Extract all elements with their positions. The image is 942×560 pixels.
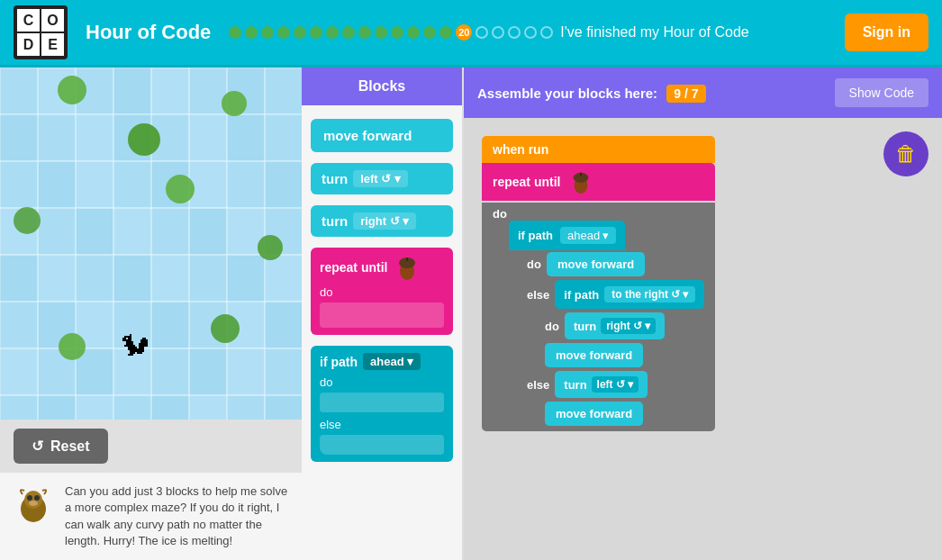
svg-rect-30 (151, 208, 189, 255)
repeat-until-header: repeat until (320, 255, 444, 280)
svg-rect-54 (151, 348, 189, 395)
logo-c: C (17, 9, 40, 32)
svg-text:🐿: 🐿 (121, 330, 149, 362)
svg-rect-5 (113, 68, 151, 114)
repeat-until-label: repeat until (320, 260, 387, 275)
reset-button[interactable]: ↺ Reset (14, 429, 108, 464)
svg-rect-23 (189, 161, 227, 208)
ws-else-left-row: else turn left ↺ ▾ (482, 369, 715, 400)
svg-point-70 (166, 175, 195, 203)
turn-label1: turn (574, 320, 596, 333)
code-workspace[interactable]: 🗑 when run repeat until (464, 118, 942, 560)
turn-label2: turn (564, 378, 586, 392)
game-panel: 🐿 ↺ Reset Can you add just 3 (0, 68, 302, 560)
ws-move-forward-3[interactable]: move forward (545, 402, 643, 426)
dot-current: 20 (456, 24, 472, 41)
turn-right-badge[interactable]: right ↺ ▾ (353, 212, 416, 230)
workspace-blocks: when run repeat until do (482, 136, 715, 431)
svg-point-71 (258, 235, 283, 260)
ws-if-path-to-right[interactable]: if path to the right ↺ ▾ (555, 280, 704, 309)
turn-left-badge[interactable]: left ↺ ▾ (353, 170, 408, 187)
svg-rect-28 (76, 208, 113, 255)
ws-else-right-content: else if path to the right ↺ ▾ (527, 280, 704, 309)
svg-rect-19 (38, 161, 76, 208)
dot-13 (423, 26, 436, 39)
svg-point-68 (222, 91, 247, 116)
block-turn-right[interactable]: turn right ↺ ▾ (311, 205, 453, 237)
repeat-do-slot[interactable] (320, 303, 444, 328)
header: C O D E Hour of Code 20 (0, 0, 942, 68)
code-panel: Assemble your blocks here: 9 / 7 Show Co… (464, 68, 942, 560)
ws-if-path-block[interactable]: if path ahead ▾ (509, 221, 625, 250)
path-ahead-text: ahead (567, 229, 600, 242)
ws-repeat-until[interactable]: repeat until (482, 163, 715, 201)
svg-point-66 (58, 76, 86, 104)
right-dropdown[interactable]: right ↺ ▾ (601, 318, 656, 334)
svg-rect-17 (265, 114, 302, 161)
svg-rect-38 (151, 255, 189, 302)
if-else-slot[interactable] (320, 435, 444, 455)
ws-do-outer: do (482, 203, 715, 221)
do-turn-right-label: do (545, 320, 559, 333)
to-the-right-dropdown[interactable]: to the right ↺ ▾ (604, 286, 695, 303)
move-forward-2-label: move forward (556, 348, 632, 362)
if-do-label: do (320, 375, 444, 389)
acorn-icon-repeat (394, 255, 420, 280)
dropdown-arrow: ▾ (602, 229, 609, 242)
main-content: 🐿 ↺ Reset Can you add just 3 (0, 68, 942, 560)
ws-when-run[interactable]: when run (482, 136, 715, 163)
svg-rect-2 (0, 68, 38, 114)
hint-area: Can you add just 3 blocks to help me sol… (0, 473, 302, 560)
ws-move-forward-3-row: move forward (482, 400, 715, 431)
dot-6 (310, 26, 322, 39)
svg-rect-24 (227, 161, 265, 208)
ws-move-forward-2[interactable]: move forward (545, 343, 643, 367)
block-repeat-until[interactable]: repeat until do (311, 248, 453, 335)
block-turn-left[interactable]: turn left ↺ ▾ (311, 163, 453, 194)
svg-rect-7 (189, 68, 227, 114)
game-background: 🐿 (0, 68, 302, 420)
move-forward-1-label: move forward (557, 257, 634, 271)
svg-rect-31 (189, 208, 227, 255)
trash-icon[interactable]: 🗑 (883, 131, 928, 176)
game-canvas: 🐿 (0, 68, 302, 420)
if-path-ahead-dropdown[interactable]: ahead ▾ (560, 227, 616, 244)
squirrel-avatar (14, 483, 54, 524)
ws-turn-left-block[interactable]: turn left ↺ ▾ (555, 371, 648, 398)
repeat-until-ws-label: repeat until (493, 175, 560, 189)
svg-point-72 (59, 333, 86, 360)
left-dropdown[interactable]: left ↺ ▾ (592, 376, 639, 393)
blocks-header-label: Blocks (358, 78, 405, 94)
ws-move-forward-1[interactable]: move forward (547, 252, 645, 276)
ws-move-forward-2-row: move forward (482, 341, 715, 369)
block-if-path[interactable]: if path ahead ▾ do else (311, 346, 453, 462)
ws-else-right-row: else if path to the right ↺ ▾ (482, 278, 715, 311)
sign-in-button[interactable]: Sign in (845, 14, 928, 51)
block-move-forward[interactable]: move forward (311, 119, 453, 152)
if-path-header: if path ahead ▾ (320, 353, 444, 370)
when-run-label: when run (493, 142, 548, 157)
show-code-button[interactable]: Show Code (835, 78, 928, 107)
svg-rect-61 (113, 395, 151, 420)
svg-point-67 (128, 123, 160, 156)
if-path-badge[interactable]: ahead ▾ (363, 353, 421, 370)
blocks-panel: Blocks move forward turn left ↺ ▾ turn r… (302, 68, 464, 560)
logo-o: O (41, 9, 64, 32)
dot-7 (326, 26, 339, 39)
dot-3 (261, 26, 274, 39)
svg-point-78 (34, 495, 40, 501)
ws-turn-right-block[interactable]: turn right ↺ ▾ (565, 312, 665, 339)
svg-point-79 (29, 501, 38, 506)
logo: C O D E (14, 5, 68, 59)
svg-point-73 (211, 314, 240, 343)
else-right-label: else (527, 288, 549, 302)
if-do-slot[interactable] (320, 393, 444, 412)
svg-rect-21 (113, 161, 151, 208)
svg-rect-35 (38, 255, 76, 302)
to-right-text: to the right (611, 288, 668, 301)
dot-8 (342, 26, 355, 39)
else-left-label: else (527, 378, 549, 392)
blocks-panel-header: Blocks (302, 68, 462, 105)
dot-12 (407, 26, 420, 39)
svg-rect-29 (113, 208, 151, 255)
